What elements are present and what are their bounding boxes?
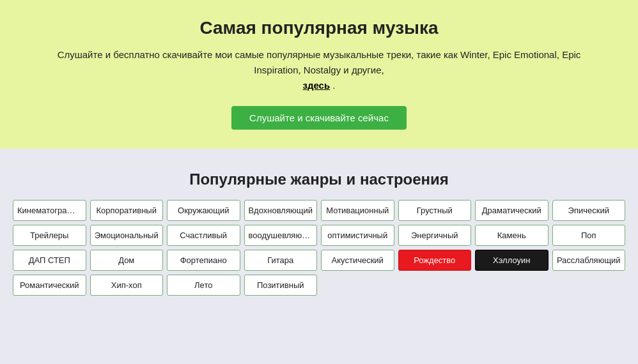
genre-tag[interactable]: Грустный: [398, 200, 472, 221]
genre-tag[interactable]: Гитара: [244, 250, 318, 271]
genre-tag[interactable]: Позитивный: [244, 275, 318, 296]
genre-tag[interactable]: Мотивационный: [321, 200, 394, 221]
genre-tag[interactable]: Камень: [475, 225, 549, 246]
hero-link[interactable]: здесь: [302, 80, 330, 91]
genre-tag[interactable]: Поп: [552, 225, 626, 246]
genre-tag[interactable]: Дом: [90, 250, 164, 271]
hero-section: Самая популярная музыка Слушайте и беспл…: [0, 0, 638, 149]
hero-description: Слушайте и бесплатно скачивайте мои самы…: [51, 47, 587, 93]
genre-tag[interactable]: Кинематографический: [13, 200, 86, 221]
genre-tag[interactable]: Хэллоуин: [475, 250, 549, 271]
genre-tag[interactable]: Расслабляющий: [552, 250, 626, 271]
genre-tag[interactable]: Фортепиано: [167, 250, 240, 271]
genre-tag[interactable]: Корпоративный: [90, 200, 164, 221]
genre-tag[interactable]: Энергичный: [398, 225, 472, 246]
genre-tag[interactable]: Романтический: [13, 275, 86, 296]
genre-tag[interactable]: оптимистичный: [321, 225, 394, 246]
genre-tag[interactable]: Рождество: [398, 250, 472, 271]
genre-tag[interactable]: Драматический: [475, 200, 549, 221]
genre-tag[interactable]: Трейлеры: [13, 225, 86, 246]
genre-tag[interactable]: Вдохновляющий: [244, 200, 318, 221]
genre-tag[interactable]: Акустический: [321, 250, 394, 271]
hero-description-text2: .: [332, 80, 335, 91]
genres-title: Популярные жанры и настроения: [13, 171, 625, 188]
genre-tag[interactable]: воодушевляющий: [244, 225, 318, 246]
genre-tag[interactable]: Хип-хоп: [90, 275, 164, 296]
genre-tag[interactable]: Лето: [167, 275, 240, 296]
genres-grid: КинематографическийКорпоративныйОкружающ…: [13, 200, 625, 296]
genre-tag[interactable]: Эпический: [552, 200, 626, 221]
hero-description-text1: Слушайте и бесплатно скачивайте мои самы…: [58, 49, 581, 75]
genre-tag[interactable]: Счастливый: [167, 225, 240, 246]
genre-tag[interactable]: ДАП СТЕП: [13, 250, 86, 271]
genre-tag[interactable]: Окружающий: [167, 200, 240, 221]
genre-tag[interactable]: Эмоциональный: [90, 225, 164, 246]
genres-section: Популярные жанры и настроения Кинематогр…: [0, 164, 638, 308]
listen-download-button[interactable]: Слушайте и скачивайте сейчас: [231, 106, 407, 130]
hero-title: Самая популярная музыка: [51, 18, 587, 38]
